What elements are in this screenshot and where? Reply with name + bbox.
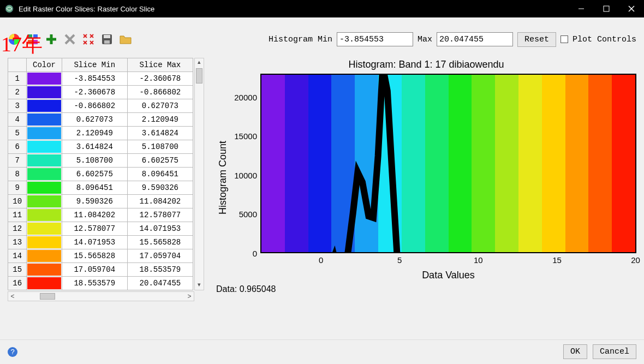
table-row[interactable]: 1-3.854553-2.360678	[8, 72, 193, 86]
color-swatch-cell[interactable]	[27, 263, 62, 277]
row-number[interactable]: 9	[8, 181, 27, 195]
row-number[interactable]: 12	[8, 222, 27, 236]
row-number[interactable]: 14	[8, 249, 27, 263]
slice-max-cell[interactable]: 0.627073	[127, 99, 193, 113]
table-row[interactable]: 1111.08420212.578077	[8, 208, 193, 222]
row-number[interactable]: 2	[8, 86, 27, 99]
color-swatch-cell[interactable]	[27, 113, 62, 127]
scroll-thumb[interactable]	[196, 68, 202, 83]
open-folder-icon[interactable]	[119, 33, 132, 46]
colorwheel-icon[interactable]	[8, 33, 21, 46]
row-number[interactable]: 8	[8, 168, 27, 181]
col-min[interactable]: Slice Min	[62, 58, 127, 72]
slice-min-cell[interactable]: 9.590326	[62, 195, 127, 208]
save-icon[interactable]	[100, 33, 114, 46]
table-row[interactable]: 52.1209493.614824	[8, 127, 193, 140]
table-row[interactable]: 75.1087006.602575	[8, 154, 193, 168]
slice-min-cell[interactable]: 5.108700	[62, 154, 127, 168]
table-row[interactable]: 109.59032611.084202	[8, 195, 193, 208]
slice-max-cell[interactable]: 9.590326	[127, 181, 193, 195]
hist-min-input[interactable]	[337, 32, 413, 46]
table-row[interactable]: 63.6148245.108700	[8, 140, 193, 154]
scroll-thumb-h[interactable]	[40, 293, 55, 300]
row-number[interactable]: 13	[8, 236, 27, 249]
slice-max-cell[interactable]: 11.084202	[127, 195, 193, 208]
row-number[interactable]: 1	[8, 72, 27, 86]
maximize-button[interactable]	[594, 0, 619, 17]
slice-min-cell[interactable]: 14.071953	[62, 236, 127, 249]
slice-max-cell[interactable]: 2.120949	[127, 113, 193, 127]
slice-max-cell[interactable]: -0.866802	[127, 86, 193, 99]
scroll-right-icon[interactable]: >	[185, 293, 194, 300]
scroll-up-icon[interactable]: ▴	[195, 58, 204, 67]
slice-max-cell[interactable]: 8.096451	[127, 168, 193, 181]
table-row[interactable]: 1618.55357920.047455	[8, 277, 193, 290]
color-swatch-cell[interactable]	[27, 277, 62, 290]
slice-min-cell[interactable]: 17.059704	[62, 263, 127, 277]
palette-icon[interactable]	[26, 33, 39, 46]
help-icon[interactable]: ?	[8, 347, 17, 357]
slice-max-cell[interactable]: 14.071953	[127, 222, 193, 236]
slice-min-cell[interactable]: 15.565828	[62, 249, 127, 263]
close-button[interactable]	[619, 0, 644, 17]
row-number[interactable]: 6	[8, 140, 27, 154]
slice-max-cell[interactable]: 12.578077	[127, 208, 193, 222]
row-number[interactable]: 7	[8, 154, 27, 168]
scroll-down-icon[interactable]: ▾	[195, 281, 204, 290]
slice-max-cell[interactable]: 5.108700	[127, 140, 193, 154]
table-row[interactable]: 1314.07195315.565828	[8, 236, 193, 249]
row-number[interactable]: 11	[8, 208, 27, 222]
slice-max-cell[interactable]: 17.059704	[127, 249, 193, 263]
row-number[interactable]: 16	[8, 277, 27, 290]
table-row[interactable]: 98.0964519.590326	[8, 181, 193, 195]
table-vertical-scrollbar[interactable]: ▴ ▾	[194, 58, 204, 290]
slice-min-cell[interactable]: 8.096451	[62, 181, 127, 195]
clear-all-icon[interactable]	[82, 33, 95, 46]
table-row[interactable]: 1517.05970418.553579	[8, 263, 193, 277]
color-swatch-cell[interactable]	[27, 86, 62, 99]
slice-min-cell[interactable]: -2.360678	[62, 86, 127, 99]
add-icon[interactable]	[45, 33, 58, 46]
color-swatch-cell[interactable]	[27, 154, 62, 168]
slice-max-cell[interactable]: 15.565828	[127, 236, 193, 249]
slice-min-cell[interactable]: -0.866802	[62, 99, 127, 113]
reset-button[interactable]: Reset	[517, 32, 556, 47]
slice-max-cell[interactable]: 18.553579	[127, 263, 193, 277]
row-number[interactable]: 10	[8, 195, 27, 208]
table-row[interactable]: 1415.56582817.059704	[8, 249, 193, 263]
color-swatch-cell[interactable]	[27, 195, 62, 208]
table-row[interactable]: 86.6025758.096451	[8, 168, 193, 181]
slice-min-cell[interactable]: 6.602575	[62, 168, 127, 181]
delete-icon[interactable]	[63, 33, 76, 46]
slice-min-cell[interactable]: 18.553579	[62, 277, 127, 290]
plot-controls-checkbox[interactable]	[560, 35, 568, 43]
color-swatch-cell[interactable]	[27, 168, 62, 181]
hist-max-input[interactable]	[437, 32, 513, 46]
color-swatch-cell[interactable]	[27, 236, 62, 249]
table-row[interactable]: 2-2.360678-0.866802	[8, 86, 193, 99]
slice-min-cell[interactable]: 11.084202	[62, 208, 127, 222]
slice-max-cell[interactable]: 3.614824	[127, 127, 193, 140]
col-max[interactable]: Slice Max	[127, 58, 193, 72]
color-swatch-cell[interactable]	[27, 181, 62, 195]
color-swatch-cell[interactable]	[27, 140, 62, 154]
slice-min-cell[interactable]: 0.627073	[62, 113, 127, 127]
ok-button[interactable]: OK	[563, 344, 587, 359]
scroll-left-icon[interactable]: <	[8, 293, 17, 300]
slice-min-cell[interactable]: 3.614824	[62, 140, 127, 154]
slice-min-cell[interactable]: 2.120949	[62, 127, 127, 140]
minimize-button[interactable]	[569, 0, 594, 17]
color-swatch-cell[interactable]	[27, 208, 62, 222]
table-row[interactable]: 40.6270732.120949	[8, 113, 193, 127]
slice-max-cell[interactable]: 6.602575	[127, 154, 193, 168]
color-swatch-cell[interactable]	[27, 127, 62, 140]
cancel-button[interactable]: Cancel	[593, 344, 636, 359]
color-swatch-cell[interactable]	[27, 99, 62, 113]
chart-plot-area[interactable]	[260, 74, 636, 253]
color-swatch-cell[interactable]	[27, 249, 62, 263]
table-row[interactable]: 1212.57807714.071953	[8, 222, 193, 236]
row-number[interactable]: 4	[8, 113, 27, 127]
color-swatch-cell[interactable]	[27, 72, 62, 86]
col-color[interactable]: Color	[27, 58, 62, 72]
slice-min-cell[interactable]: -3.854553	[62, 72, 127, 86]
